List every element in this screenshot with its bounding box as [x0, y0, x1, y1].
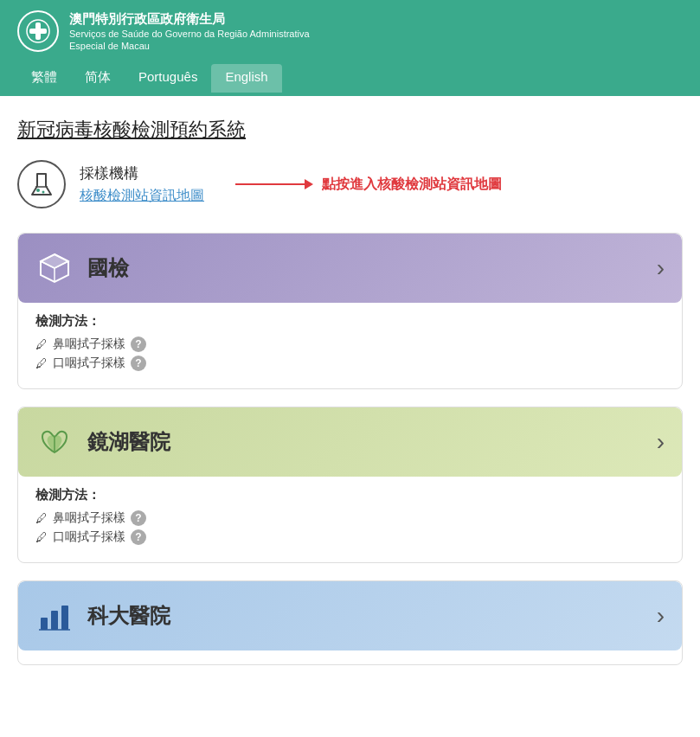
- header-title-pt2: Especial de Macau: [69, 40, 310, 52]
- sampling-label: 採樣機構: [80, 163, 204, 183]
- guojian-title: 國檢: [87, 254, 129, 282]
- map-link[interactable]: 核酸檢測站資訊地圖: [80, 187, 204, 205]
- lang-simplified[interactable]: 简体: [71, 64, 125, 93]
- needle-icon-2: 🖊: [35, 356, 48, 370]
- sampling-institution-icon: [17, 160, 66, 208]
- help-icon-1[interactable]: ?: [131, 336, 146, 352]
- keda-title: 科大醫院: [87, 602, 170, 630]
- arrow-body: [235, 183, 305, 185]
- jinghu-info: 檢測方法： 🖊 鼻咽拭子採樣 ? 🖊 口咽拭子採樣 ?: [18, 477, 682, 545]
- page-title: 新冠病毒核酸檢測預約系統: [17, 117, 246, 143]
- guojian-method-2: 🖊 口咽拭子採樣 ?: [35, 356, 665, 371]
- help-icon-3[interactable]: ?: [131, 510, 146, 526]
- svg-point-6: [42, 191, 45, 194]
- card-keda-left: 科大醫院: [35, 597, 170, 635]
- needle-icon-4: 🖊: [35, 530, 48, 544]
- jinghu-method-2: 🖊 口咽拭子採樣 ?: [35, 529, 665, 545]
- svg-rect-14: [51, 611, 58, 630]
- jinghu-method-1-label: 鼻咽拭子採樣: [53, 510, 125, 526]
- map-annotation: 點按進入核酸檢測站資訊地圖: [235, 176, 502, 194]
- svg-rect-15: [61, 606, 68, 630]
- card-guojian-button[interactable]: 國檢 ›: [18, 234, 682, 303]
- card-jinghu-left: 鏡湖醫院: [35, 423, 170, 461]
- header-text: 澳門特別行政區政府衛生局 Serviços de Saúde do Govern…: [69, 10, 310, 52]
- lang-english[interactable]: English: [211, 64, 281, 93]
- needle-icon-1: 🖊: [35, 337, 48, 351]
- card-jinghu: 鏡湖醫院 › 檢測方法： 🖊 鼻咽拭子採樣 ? 🖊 口咽拭子採樣 ?: [17, 407, 683, 563]
- guojian-info: 檢測方法： 🖊 鼻咽拭子採樣 ? 🖊 口咽拭子採樣 ?: [18, 303, 682, 371]
- keda-icon: [35, 597, 74, 635]
- card-jinghu-button[interactable]: 鏡湖醫院 ›: [18, 407, 682, 477]
- guojian-method-1-label: 鼻咽拭子採樣: [53, 336, 125, 352]
- guojian-detection-label: 檢測方法：: [35, 313, 665, 330]
- jinghu-detection-label: 檢測方法：: [35, 487, 665, 503]
- main-content: 新冠病毒核酸檢測預約系統 採樣機構 核酸檢測站資訊地圖 點按進入核酸檢測站資訊地…: [0, 96, 700, 683]
- jinghu-method-1: 🖊 鼻咽拭子採樣 ?: [35, 510, 665, 526]
- guojian-icon: [35, 249, 74, 287]
- svg-point-5: [36, 189, 40, 192]
- jinghu-icon: [35, 423, 74, 461]
- guojian-method-1: 🖊 鼻咽拭子採樣 ?: [35, 336, 665, 352]
- site-header: 澳門特別行政區政府衛生局 Serviços de Saúde do Govern…: [0, 0, 700, 96]
- card-keda-button[interactable]: 科大醫院 ›: [18, 581, 682, 650]
- card-guojian: 國檢 › 檢測方法： 🖊 鼻咽拭子採樣 ? 🖊 口咽拭子採樣 ?: [17, 233, 683, 389]
- card-guojian-left: 國檢: [35, 249, 129, 287]
- logo-icon: [17, 10, 59, 52]
- guojian-chevron: ›: [657, 254, 665, 282]
- svg-marker-8: [41, 254, 68, 268]
- svg-rect-13: [41, 618, 48, 630]
- arrow-head: [305, 179, 313, 189]
- annotation-text: 點按進入核酸檢測站資訊地圖: [322, 176, 502, 194]
- jinghu-method-2-label: 口咽拭子採樣: [53, 529, 125, 545]
- card-keda: 科大醫院 ›: [17, 580, 683, 665]
- needle-icon-3: 🖊: [35, 511, 48, 525]
- jinghu-chevron: ›: [657, 428, 665, 456]
- language-nav: 繁體 简体 Português English: [17, 64, 683, 96]
- svg-rect-2: [29, 29, 47, 34]
- keda-chevron: ›: [657, 602, 665, 630]
- jinghu-title: 鏡湖醫院: [87, 428, 170, 456]
- guojian-method-2-label: 口咽拭子採樣: [53, 356, 125, 371]
- lang-portuguese[interactable]: Português: [125, 64, 211, 93]
- header-title-pt1: Serviços de Saúde do Governo da Região A…: [69, 28, 310, 40]
- header-top: 澳門特別行政區政府衛生局 Serviços de Saúde do Govern…: [17, 10, 683, 61]
- annotation-arrow: [235, 179, 313, 189]
- sampling-section: 採樣機構 核酸檢測站資訊地圖 點按進入核酸檢測站資訊地圖: [17, 160, 683, 208]
- header-title-cn: 澳門特別行政區政府衛生局: [69, 10, 310, 28]
- sampling-text-block: 採樣機構 核酸檢測站資訊地圖: [80, 163, 204, 205]
- help-icon-2[interactable]: ?: [131, 356, 146, 371]
- lang-traditional[interactable]: 繁體: [17, 64, 71, 93]
- help-icon-4[interactable]: ?: [131, 529, 146, 545]
